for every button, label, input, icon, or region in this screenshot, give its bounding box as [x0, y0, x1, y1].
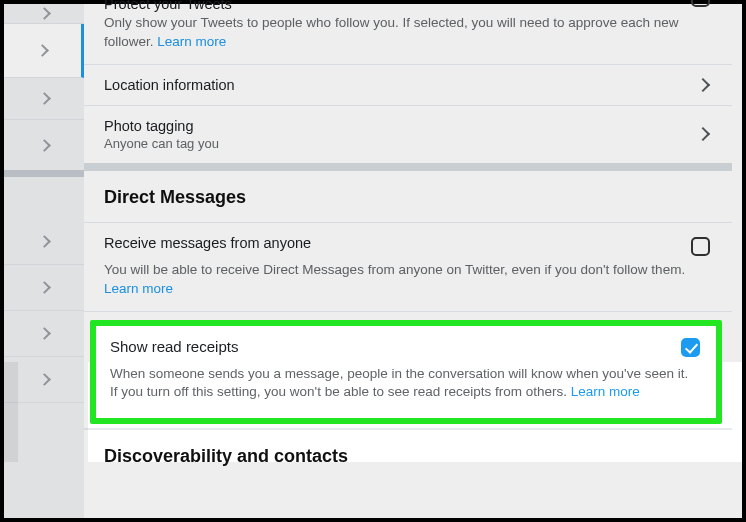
nav-item[interactable]	[4, 265, 84, 311]
nav-item[interactable]	[4, 120, 84, 170]
nav-item[interactable]	[4, 357, 84, 403]
section-header-direct-messages: Direct Messages	[84, 171, 732, 222]
setting-receive-messages[interactable]: Receive messages from anyone You will be…	[84, 222, 732, 312]
chevron-right-icon	[38, 7, 51, 20]
setting-location-information[interactable]: Location information	[84, 65, 732, 106]
protect-tweets-checkbox[interactable]	[691, 0, 710, 7]
section-header-discoverability: Discoverability and contacts	[84, 430, 732, 481]
setting-subtitle: Anyone can tag you	[104, 136, 708, 151]
nav-item[interactable]	[4, 219, 84, 265]
setting-title: Location information	[104, 77, 708, 93]
chevron-right-icon	[38, 373, 51, 386]
setting-title: Receive messages from anyone	[104, 235, 708, 251]
learn-more-link[interactable]: Learn more	[571, 384, 640, 399]
chevron-right-icon	[38, 92, 51, 105]
receive-messages-checkbox[interactable]	[691, 237, 710, 256]
chevron-right-icon	[38, 235, 51, 248]
setting-description: You will be able to receive Direct Messa…	[104, 261, 708, 299]
chevron-right-icon	[38, 281, 51, 294]
learn-more-link[interactable]: Learn more	[157, 34, 226, 49]
settings-panel: Protect your Tweets Only show your Tweet…	[84, 4, 732, 518]
nav-item-partial-top[interactable]	[4, 4, 84, 24]
setting-title: Show read receipts	[110, 338, 698, 355]
chevron-right-icon	[38, 327, 51, 340]
nav-item[interactable]	[4, 78, 84, 120]
setting-title: Protect your Tweets	[104, 0, 708, 12]
learn-more-link[interactable]: Learn more	[104, 281, 173, 296]
setting-show-read-receipts-highlighted[interactable]: Show read receipts When someone sends yo…	[90, 320, 722, 425]
setting-description: Only show your Tweets to people who foll…	[104, 14, 708, 52]
chevron-right-icon	[38, 139, 51, 152]
desc-text: You will be able to receive Direct Messa…	[104, 262, 685, 277]
setting-description: When someone sends you a message, people…	[110, 365, 698, 403]
nav-separator	[4, 170, 84, 177]
setting-protect-tweets[interactable]: Protect your Tweets Only show your Tweet…	[84, 0, 732, 65]
setting-title: Photo tagging	[104, 118, 708, 134]
nav-column	[4, 4, 84, 518]
setting-photo-tagging[interactable]: Photo tagging Anyone can tag you	[84, 106, 732, 163]
section-divider	[84, 163, 732, 171]
nav-item-selected[interactable]	[4, 24, 84, 78]
nav-item[interactable]	[4, 311, 84, 357]
chevron-right-icon	[36, 44, 49, 57]
read-receipts-checkbox[interactable]	[681, 338, 700, 357]
